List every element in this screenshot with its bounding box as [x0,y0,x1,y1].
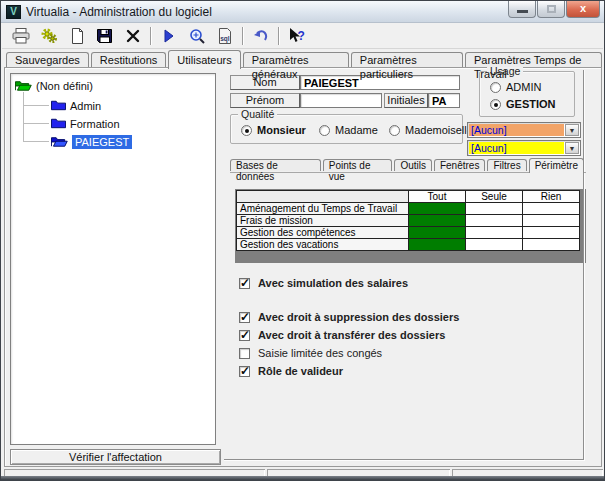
tab-parametres-generaux[interactable]: Paramètres généraux [243,52,349,67]
radio-icon [490,82,501,93]
tab-fenetres[interactable]: Fenêtres [434,159,485,171]
tree-connector [23,92,24,142]
row-label: Aménagement du Temps de Travail [237,203,409,215]
profile-combo-1[interactable]: [Aucun] ▼ [467,122,581,138]
tab-bases-de-donnees[interactable]: Bases de données [230,159,321,171]
checkbox-icon [239,312,250,323]
tree-node-label: Admin [70,100,101,112]
checkbox-role-valideur[interactable]: Rôle de valideur [239,365,343,377]
tree-node-paiegest[interactable]: PAIEGEST [51,134,132,150]
undo-button[interactable] [248,25,273,47]
tab-filtres[interactable]: Filtres [487,159,526,171]
cell-seule[interactable] [466,227,523,239]
app-window: V Virtualia - Administration du logiciel… [0,0,605,481]
prenom-input[interactable] [300,93,382,108]
minimize-icon [517,10,528,13]
tree-node-label: PAIEGEST [72,135,132,149]
tree-node-formation[interactable]: Formation [51,116,120,132]
tab-points-de-vue[interactable]: Points de vue [323,159,393,171]
tab-sauvegardes[interactable]: Sauvegardes [6,52,89,67]
initiales-input[interactable] [428,93,460,108]
undo-arrow-icon [253,29,269,43]
cell-rien[interactable] [523,203,580,215]
toolbar: sql ? [2,23,603,49]
tab-parametres-particuliers[interactable]: Paramètres particuliers [351,52,463,67]
sql-button[interactable]: sql [212,25,237,47]
radio-icon [490,99,501,110]
tab-page-utilisateurs: (Non défini) Admin Formation PAIEGEST Vé… [4,67,602,467]
closed-folder-blue-icon [51,99,66,113]
tab-utilisateurs[interactable]: Utilisateurs [168,50,240,69]
col-header-rien: Rien [523,191,580,203]
tree-node-root[interactable]: (Non défini) [15,78,93,94]
closed-folder-blue-icon [51,117,66,131]
table-row: Frais de mission [237,215,580,227]
tab-outils[interactable]: Outils [394,159,432,171]
cell-seule[interactable] [466,203,523,215]
profile-combo-2[interactable]: [Aucun] ▼ [467,140,581,156]
cell-rien[interactable] [523,215,580,227]
user-tree[interactable]: (Non défini) Admin Formation PAIEGEST [10,73,216,445]
cell-seule[interactable] [466,215,523,227]
radio-mademoiselle[interactable]: Mademoiselle [389,124,473,136]
verify-assignment-button[interactable]: Vérifier l'affectation [10,449,221,465]
open-folder-blue-icon [51,135,68,150]
sql-document-icon: sql [218,28,232,44]
checkbox-suppression-dossiers[interactable]: Avec droit à suppression des dossiers [239,311,459,323]
open-folder-green-icon [15,79,32,94]
tab-perimetre[interactable]: Périmètre [529,158,584,173]
new-document-button[interactable] [64,25,89,47]
radio-gestion[interactable]: GESTION [490,98,556,110]
cell-seule[interactable] [466,239,523,251]
print-button[interactable] [8,25,33,47]
toolbar-separator [150,27,152,45]
run-play-icon [163,29,175,43]
cell-rien[interactable] [523,227,580,239]
tree-node-admin[interactable]: Admin [51,98,101,114]
checkbox-simulation-salaires[interactable]: Avec simulation des salaires [239,277,408,289]
titlebar: V Virtualia - Administration du logiciel… [1,1,604,23]
radio-admin[interactable]: ADMIN [490,81,541,93]
tab-parametres-temps-travail[interactable]: Paramètres Temps de Travail [465,52,602,67]
app-icon: V [6,5,21,19]
tab-restitutions[interactable]: Restitutions [91,52,166,67]
checkbox-saisie-limitee-conges[interactable]: Saisie limitée des congés [239,347,382,359]
radio-madame[interactable]: Madame [319,124,378,136]
zoom-button[interactable] [184,25,209,47]
corner-header [237,191,409,203]
window-title: Virtualia - Administration du logiciel [26,5,212,19]
toolbar-separator [278,27,280,45]
tree-connector [23,123,49,124]
settings-button[interactable] [36,25,61,47]
row-label: Gestion des vacations [237,239,409,251]
chevron-down-icon[interactable]: ▼ [565,142,579,154]
initiales-label: Initiales [384,93,428,108]
minimize-button[interactable] [508,1,536,18]
cell-tout[interactable] [409,227,466,239]
help-cursor-icon: ? [288,28,306,44]
save-button[interactable] [92,25,117,47]
checkbox-icon [239,366,250,377]
qualite-legend: Qualité [238,108,277,120]
col-header-tout: Tout [409,191,466,203]
radio-monsieur[interactable]: Monsieur [241,124,306,136]
delete-x-icon [126,29,140,43]
close-button[interactable]: x [566,1,600,18]
cell-rien[interactable] [523,239,580,251]
window-controls: x [507,1,600,18]
delete-button[interactable] [120,25,145,47]
row-label: Frais de mission [237,215,409,227]
cell-tout[interactable] [409,239,466,251]
checkbox-transferer-dossiers[interactable]: Avec droit à transférer des dossiers [239,329,445,341]
run-button[interactable] [156,25,181,47]
tree-connector [23,105,49,106]
zoom-magnifier-icon [189,28,205,44]
cell-tout[interactable] [409,215,466,227]
chevron-down-icon[interactable]: ▼ [565,124,579,136]
maximize-button[interactable] [537,1,565,18]
cell-tout[interactable] [409,203,466,215]
help-button[interactable]: ? [284,25,309,47]
radio-icon [389,125,400,136]
tree-node-label: Formation [70,118,120,130]
new-document-icon [69,28,85,44]
